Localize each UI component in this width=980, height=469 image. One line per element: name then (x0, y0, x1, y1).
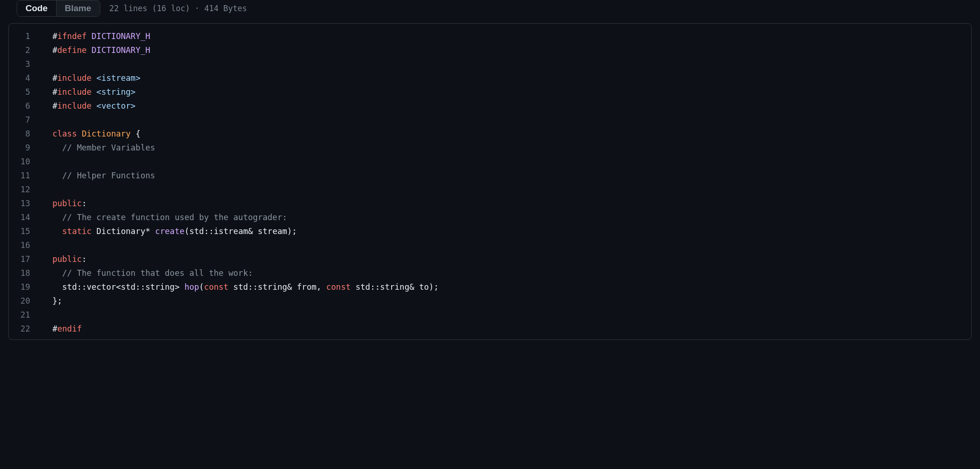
code-content[interactable]: class Dictionary { (41, 127, 971, 141)
code-line[interactable]: 11 // Helper Functions (9, 169, 971, 182)
file-header: Code Blame 22 lines (16 loc) · 414 Bytes (0, 0, 980, 23)
code-content[interactable] (41, 308, 971, 322)
code-content[interactable]: public: (41, 252, 971, 266)
code-line[interactable]: 13public: (9, 196, 971, 210)
code-content[interactable]: // Helper Functions (41, 169, 971, 182)
code-content[interactable]: // Member Variables (41, 141, 971, 155)
code-content[interactable] (41, 113, 971, 127)
code-content[interactable] (41, 238, 971, 252)
code-content[interactable]: std::vector<std::string> hop(const std::… (41, 280, 971, 294)
code-line[interactable]: 8class Dictionary { (9, 127, 971, 141)
line-number[interactable]: 5 (9, 85, 41, 99)
code-line[interactable]: 20}; (9, 294, 971, 308)
line-number[interactable]: 15 (9, 224, 41, 238)
code-line[interactable]: 10 (9, 155, 971, 169)
line-number[interactable]: 18 (9, 266, 41, 280)
code-content[interactable]: static Dictionary* create(std::istream& … (41, 224, 971, 238)
code-line[interactable]: 19 std::vector<std::string> hop(const st… (9, 280, 971, 294)
code-content[interactable]: }; (41, 294, 971, 308)
code-content[interactable] (41, 57, 971, 71)
code-content[interactable]: // The function that does all the work: (41, 266, 971, 280)
line-number[interactable]: 3 (9, 57, 41, 71)
view-tabs: Code Blame (17, 0, 100, 17)
code-table: 1#ifndef DICTIONARY_H2#define DICTIONARY… (9, 24, 971, 336)
line-number[interactable]: 21 (9, 308, 41, 322)
code-line[interactable]: 9 // Member Variables (9, 141, 971, 155)
line-number[interactable]: 13 (9, 196, 41, 210)
code-content[interactable]: #ifndef DICTIONARY_H (41, 24, 971, 43)
line-number[interactable]: 2 (9, 43, 41, 57)
code-content[interactable]: #endif (41, 322, 971, 336)
code-line[interactable]: 18 // The function that does all the wor… (9, 266, 971, 280)
code-line[interactable]: 22#endif (9, 322, 971, 336)
code-content[interactable]: #include <string> (41, 85, 971, 99)
line-number[interactable]: 10 (9, 155, 41, 169)
code-line[interactable]: 12 (9, 182, 971, 196)
code-line[interactable]: 14 // The create function used by the au… (9, 210, 971, 224)
line-number[interactable]: 6 (9, 99, 41, 113)
line-number[interactable]: 9 (9, 141, 41, 155)
code-line[interactable]: 6#include <vector> (9, 99, 971, 113)
code-line[interactable]: 3 (9, 57, 971, 71)
code-line[interactable]: 4#include <istream> (9, 71, 971, 85)
code-line[interactable]: 7 (9, 113, 971, 127)
file-info: 22 lines (16 loc) · 414 Bytes (110, 4, 247, 13)
code-container: 1#ifndef DICTIONARY_H2#define DICTIONARY… (8, 23, 972, 340)
code-line[interactable]: 2#define DICTIONARY_H (9, 43, 971, 57)
code-content[interactable]: // The create function used by the autog… (41, 210, 971, 224)
code-content[interactable] (41, 155, 971, 169)
line-number[interactable]: 7 (9, 113, 41, 127)
line-number[interactable]: 12 (9, 182, 41, 196)
code-tab[interactable]: Code (17, 0, 57, 16)
code-content[interactable]: public: (41, 196, 971, 210)
code-line[interactable]: 5#include <string> (9, 85, 971, 99)
line-number[interactable]: 22 (9, 322, 41, 336)
line-number[interactable]: 1 (9, 24, 41, 43)
code-line[interactable]: 16 (9, 238, 971, 252)
line-number[interactable]: 17 (9, 252, 41, 266)
blame-tab[interactable]: Blame (57, 0, 100, 16)
code-line[interactable]: 21 (9, 308, 971, 322)
code-content[interactable]: #include <istream> (41, 71, 971, 85)
line-number[interactable]: 11 (9, 169, 41, 182)
line-number[interactable]: 4 (9, 71, 41, 85)
code-line[interactable]: 1#ifndef DICTIONARY_H (9, 24, 971, 43)
line-number[interactable]: 20 (9, 294, 41, 308)
code-content[interactable]: #include <vector> (41, 99, 971, 113)
code-content[interactable] (41, 182, 971, 196)
line-number[interactable]: 8 (9, 127, 41, 141)
code-line[interactable]: 17public: (9, 252, 971, 266)
code-line[interactable]: 15 static Dictionary* create(std::istrea… (9, 224, 971, 238)
line-number[interactable]: 14 (9, 210, 41, 224)
code-content[interactable]: #define DICTIONARY_H (41, 43, 971, 57)
line-number[interactable]: 16 (9, 238, 41, 252)
line-number[interactable]: 19 (9, 280, 41, 294)
